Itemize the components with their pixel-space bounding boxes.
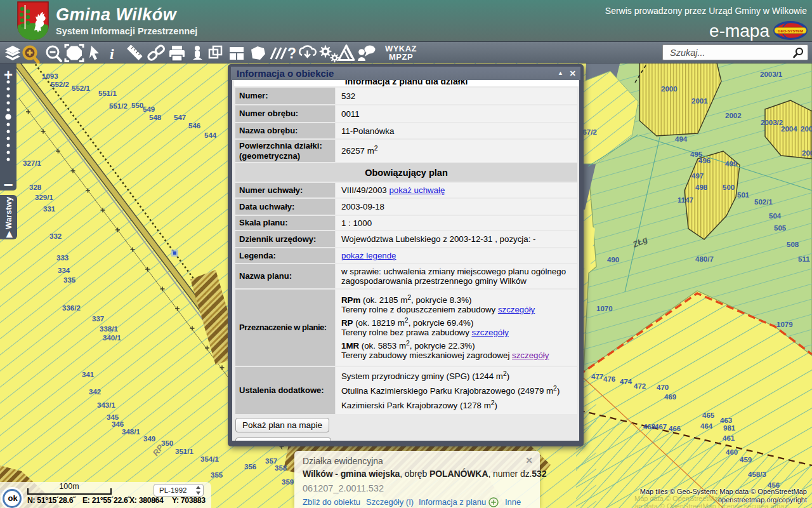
svg-text:340/1: 340/1	[103, 334, 121, 342]
svg-text:1147: 1147	[678, 196, 693, 204]
svg-text:511: 511	[798, 255, 810, 263]
svg-text:465: 465	[702, 411, 715, 419]
svg-text:331: 331	[43, 205, 56, 213]
svg-text:334: 334	[58, 267, 70, 274]
svg-text:461: 461	[723, 434, 735, 442]
svg-text:552/2: 552/2	[51, 81, 69, 88]
svg-text:2003/1: 2003/1	[760, 70, 783, 78]
svg-text:354/1: 354/1	[200, 455, 219, 463]
svg-text:348/1: 348/1	[122, 428, 140, 436]
svg-text:355: 355	[211, 471, 223, 479]
svg-text:460: 460	[726, 448, 738, 456]
svg-text:329/1: 329/1	[35, 194, 53, 201]
svg-text:500: 500	[723, 184, 735, 191]
svg-text:333: 333	[56, 254, 69, 262]
svg-text:336/2: 336/2	[62, 304, 81, 312]
svg-text:458/3: 458/3	[748, 471, 766, 478]
svg-text:337: 337	[92, 315, 104, 323]
svg-text:472: 472	[634, 382, 646, 390]
svg-text:328: 328	[29, 184, 42, 191]
svg-text:?: ?	[287, 45, 296, 62]
svg-text:1079: 1079	[776, 321, 793, 328]
svg-text:467: 467	[655, 423, 667, 431]
svg-text:552/1: 552/1	[72, 84, 90, 92]
svg-text:498: 498	[695, 184, 708, 191]
svg-text:502/1: 502/1	[754, 198, 773, 206]
svg-text:497: 497	[691, 172, 704, 180]
svg-text:327/1: 327/1	[23, 159, 41, 167]
svg-text:2006: 2006	[802, 149, 812, 157]
svg-text:356: 356	[244, 463, 256, 471]
svg-text:466: 466	[669, 425, 681, 432]
svg-text:GEO-SYSTEM: GEO-SYSTEM	[778, 29, 803, 33]
svg-text:476: 476	[603, 375, 615, 383]
svg-text:349: 349	[143, 435, 155, 443]
svg-text:468: 468	[643, 423, 656, 431]
svg-text:332: 332	[49, 232, 62, 240]
svg-text:1093: 1093	[42, 72, 58, 80]
svg-text:547: 547	[174, 114, 186, 121]
svg-text:550: 550	[131, 102, 143, 109]
svg-text:464: 464	[700, 422, 713, 430]
svg-text:358: 358	[275, 464, 287, 472]
svg-text:346: 346	[112, 420, 124, 428]
svg-text:2003/2: 2003/2	[761, 119, 783, 126]
svg-text:499: 499	[725, 160, 737, 168]
svg-text:459: 459	[740, 456, 752, 464]
svg-text:548: 548	[149, 114, 162, 121]
svg-text:2001: 2001	[691, 97, 708, 105]
svg-text:i: i	[110, 46, 114, 62]
svg-text:338/1: 338/1	[100, 325, 118, 333]
svg-text:2004: 2004	[781, 125, 797, 133]
svg-text:551/2: 551/2	[109, 102, 128, 110]
svg-text:474: 474	[620, 378, 632, 385]
svg-text:505: 505	[774, 224, 787, 232]
svg-text:463: 463	[720, 417, 732, 424]
svg-text:544: 544	[204, 131, 217, 139]
svg-text:504: 504	[769, 212, 782, 220]
svg-text:470: 470	[657, 384, 669, 391]
svg-text:469: 469	[664, 393, 676, 401]
svg-text:350: 350	[161, 439, 173, 447]
svg-text:2000: 2000	[661, 85, 678, 93]
svg-text:549: 549	[143, 105, 155, 113]
svg-text:496: 496	[698, 157, 710, 164]
svg-text:MPZP: MPZP	[389, 52, 413, 62]
svg-text:1070: 1070	[596, 305, 613, 312]
svg-text:351/1: 351/1	[175, 448, 193, 455]
svg-text:480/7: 480/7	[695, 255, 714, 263]
svg-text:501: 501	[737, 191, 750, 199]
svg-text:477: 477	[591, 373, 603, 380]
svg-text:490: 490	[607, 256, 619, 264]
svg-text:341: 341	[82, 371, 95, 378]
svg-text:508: 508	[787, 241, 799, 248]
svg-text:342: 342	[89, 388, 101, 396]
svg-text:2002: 2002	[725, 112, 742, 119]
svg-text:546: 546	[188, 122, 200, 130]
svg-text:2005: 2005	[801, 125, 812, 133]
svg-text:359: 359	[282, 478, 294, 486]
svg-text:335: 335	[63, 276, 76, 284]
svg-text:551/1: 551/1	[98, 90, 117, 97]
svg-text:494: 494	[675, 135, 688, 143]
svg-text:343/1: 343/1	[97, 401, 115, 409]
svg-text:981: 981	[723, 424, 736, 432]
